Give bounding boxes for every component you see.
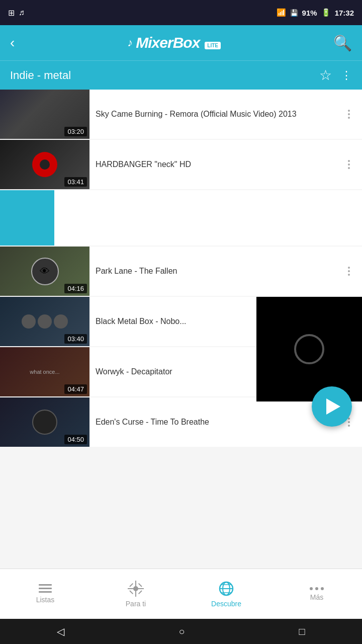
globe-icon — [218, 581, 234, 597]
play-button[interactable] — [312, 386, 352, 427]
logo-note-icon: ♪ — [127, 36, 133, 49]
playlist-bar: Indie - metal ☆ ⋮ — [0, 60, 362, 90]
track-thumbnail — [0, 190, 54, 246]
track-info — [54, 213, 354, 223]
track-item[interactable] — [0, 190, 362, 246]
battery-icon: 🔋 — [321, 8, 331, 17]
battery-percent: 91% — [302, 9, 317, 17]
track-thumbnail: 03:20 — [0, 90, 89, 139]
nav-item-para-ti[interactable]: Para ti — [90, 575, 181, 614]
track-info: Eden's Curse - Time To Breathe — [89, 412, 344, 433]
track-list: 03:20 Sky Came Burning - Remora (Officia… — [0, 90, 362, 447]
nav-label-mas: Más — [310, 593, 323, 601]
track-menu-button[interactable] — [344, 263, 354, 280]
track-thumbnail: 03:40 — [0, 297, 89, 346]
wifi-icon: 📶 — [277, 8, 286, 17]
track-duration: 04:47 — [64, 384, 87, 394]
nav-label-descubre: Descubre — [211, 600, 241, 608]
play-icon — [326, 398, 340, 415]
track-item[interactable]: 03:20 Sky Came Burning - Remora (Officia… — [0, 90, 362, 139]
track-info: Park Lane - The Fallen — [89, 261, 344, 282]
loading-spinner — [294, 334, 324, 364]
track-duration: 03:40 — [64, 334, 87, 344]
track-item[interactable]: 👁 04:16 Park Lane - The Fallen — [0, 247, 362, 296]
nav-item-listas[interactable]: Listas — [0, 578, 90, 610]
app-logo: ♪ MixerBox LITE — [127, 34, 221, 51]
playlist-title: Indie - metal — [10, 69, 71, 82]
recent-apps-button[interactable]: □ — [299, 626, 305, 637]
nav-label-para-ti: Para ti — [126, 600, 146, 608]
track-thumbnail: 03:41 — [0, 140, 89, 189]
sd-icon: 💾 — [290, 9, 298, 17]
logo-text: MixerBox — [136, 34, 200, 51]
nav-item-mas[interactable]: Más — [272, 581, 362, 607]
nav-label-listas: Listas — [36, 596, 55, 604]
track-item[interactable]: 03:40 Black Metal Box - Nobo... — [0, 297, 362, 346]
home-system-button[interactable]: ○ — [178, 626, 185, 637]
track-duration: 03:41 — [64, 177, 87, 187]
search-button[interactable]: 🔍 — [333, 34, 352, 52]
app-icon-1: ⊞ — [8, 8, 15, 18]
favorite-button[interactable]: ☆ — [319, 67, 332, 84]
status-bar: ⊞ ♬ 📶 💾 91% 🔋 17:32 — [0, 0, 362, 25]
track-title: Park Lane - The Fallen — [96, 267, 177, 275]
track-info: HARDBANGER "neck" HD — [89, 154, 344, 175]
track-title: HARDBANGER "neck" HD — [96, 160, 191, 169]
track-title: Worwyk - Decapitator — [96, 367, 172, 376]
track-thumbnail: 04:50 — [0, 397, 89, 447]
dots-icon — [310, 587, 324, 590]
track-title: Black Metal Box - Nobo... — [96, 317, 187, 326]
track-info: Sky Came Burning - Remora (Official Musi… — [89, 104, 344, 125]
clock: 17:32 — [335, 9, 354, 17]
lite-badge: LITE — [205, 42, 221, 49]
back-button[interactable]: ‹ — [10, 35, 15, 51]
bottom-nav: Listas Para ti Descubre — [0, 569, 362, 619]
loading-overlay — [256, 297, 362, 401]
track-duration: 04:16 — [64, 284, 87, 293]
track-item[interactable]: 04:50 Eden's Curse - Time To Breathe — [0, 397, 362, 447]
app-icon-2: ♬ — [19, 8, 25, 17]
track-title: Eden's Curse - Time To Breathe — [96, 418, 209, 426]
track-menu-button[interactable] — [344, 156, 354, 173]
back-system-button[interactable]: ◁ — [57, 625, 64, 637]
track-menu-button[interactable] — [344, 106, 354, 123]
track-duration: 04:50 — [64, 435, 87, 444]
status-left-icons: ⊞ ♬ — [8, 8, 25, 18]
track-item[interactable]: 03:41 HARDBANGER "neck" HD — [0, 140, 362, 189]
playlist-actions: ☆ ⋮ — [319, 67, 352, 84]
app-header: ‹ ♪ MixerBox LITE 🔍 — [0, 25, 362, 60]
more-options-button[interactable]: ⋮ — [341, 69, 352, 82]
track-thumbnail: 👁 04:16 — [0, 247, 89, 296]
track-thumbnail: what once... 04:47 — [0, 347, 89, 396]
track-title: Sky Came Burning - Remora (Official Musi… — [96, 110, 297, 118]
track-duration: 03:20 — [64, 127, 87, 136]
system-nav: ◁ ○ □ — [0, 619, 362, 644]
star-network-icon — [128, 581, 144, 597]
nav-item-descubre[interactable]: Descubre — [181, 575, 272, 614]
status-right-info: 📶 💾 91% 🔋 17:32 — [277, 8, 354, 17]
list-icon — [39, 584, 52, 593]
